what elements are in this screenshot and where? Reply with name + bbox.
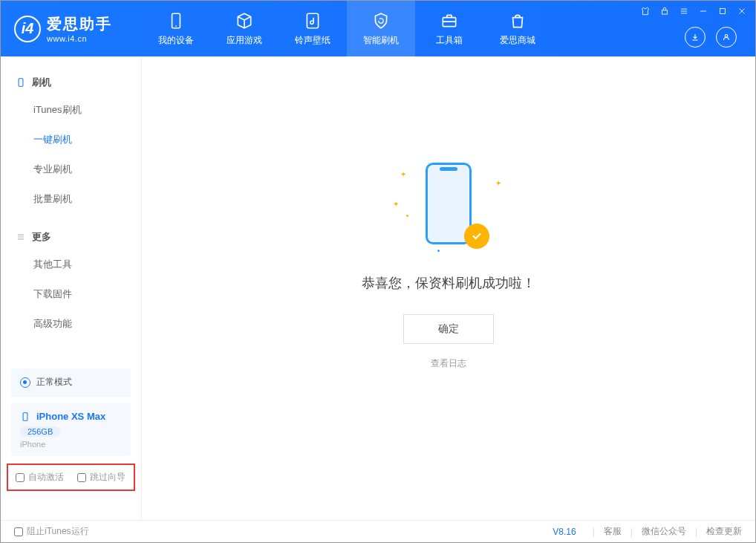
checkbox-auto-activate[interactable]: 自动激活 — [16, 471, 64, 484]
phone-small-icon — [20, 412, 30, 422]
svg-rect-7 — [19, 79, 23, 87]
footer-link-update[interactable]: 检查更新 — [706, 525, 742, 538]
tab-label: 应用游戏 — [227, 34, 262, 47]
view-log-link[interactable]: 查看日志 — [431, 357, 466, 370]
svg-point-1 — [175, 25, 177, 27]
separator: | — [593, 527, 595, 537]
refresh-shield-icon — [371, 11, 391, 30]
checkbox-input[interactable] — [14, 527, 23, 536]
svg-rect-8 — [23, 412, 27, 420]
tab-device[interactable]: 我的设备 — [142, 1, 210, 56]
checkbox-block-itunes[interactable]: 阻止iTunes运行 — [14, 525, 89, 538]
version-label: V8.16 — [553, 527, 576, 537]
minimize-icon[interactable] — [697, 5, 709, 17]
separator: | — [630, 527, 633, 537]
app-header: i4 爱思助手 www.i4.cn 我的设备 应用游戏 铃声壁纸 智能刷机 工具… — [1, 1, 755, 56]
tab-ringtone[interactable]: 铃声壁纸 — [278, 1, 347, 56]
checkbox-label: 跳过向导 — [90, 471, 126, 484]
close-icon[interactable] — [736, 5, 748, 17]
tab-store[interactable]: 爱思商城 — [483, 1, 552, 56]
sidebar-item-batch[interactable]: 批量刷机 — [1, 184, 141, 214]
shirt-icon[interactable] — [639, 5, 651, 17]
check-badge-icon — [464, 224, 489, 249]
success-message: 恭喜您，保资料刷机成功啦！ — [362, 274, 535, 292]
main-content: ✦ ✦ ✦ 恭喜您，保资料刷机成功啦！ 确定 查看日志 — [142, 56, 755, 520]
footer: 阻止iTunes运行 V8.16 | 客服 | 微信公众号 | 检查更新 — [1, 520, 755, 542]
user-icon[interactable] — [716, 27, 737, 48]
sidebar-section-more: 更多 — [1, 224, 141, 250]
confirm-button[interactable]: 确定 — [403, 314, 494, 344]
tab-label: 爱思商城 — [500, 34, 535, 47]
app-title: 爱思助手 — [47, 14, 112, 34]
footer-link-support[interactable]: 客服 — [604, 525, 622, 538]
lock-icon[interactable] — [659, 5, 671, 17]
footer-link-wechat[interactable]: 微信公众号 — [642, 525, 686, 538]
app-subtitle: www.i4.cn — [47, 34, 112, 43]
section-title: 更多 — [32, 230, 51, 244]
device-info-box[interactable]: iPhone XS Max 256GB iPhone — [11, 403, 131, 456]
capacity-badge: 256GB — [20, 426, 60, 437]
checkbox-input[interactable] — [16, 473, 25, 482]
sparkle-icon: ✦ — [393, 200, 399, 208]
sidebar-item-pro[interactable]: 专业刷机 — [1, 155, 141, 184]
success-illustration: ✦ ✦ ✦ — [393, 163, 504, 252]
checkbox-input[interactable] — [77, 473, 86, 482]
music-file-icon — [303, 11, 322, 30]
checkbox-skip-guide[interactable]: 跳过向导 — [77, 471, 126, 484]
mode-dot-icon — [20, 377, 30, 388]
checkbox-label: 自动激活 — [28, 471, 64, 484]
svg-point-6 — [725, 35, 728, 38]
maximize-icon[interactable] — [717, 5, 729, 17]
sidebar-item-itunes[interactable]: iTunes刷机 — [1, 95, 141, 125]
sidebar-item-other[interactable]: 其他工具 — [1, 250, 141, 279]
sidebar-item-firmware[interactable]: 下载固件 — [1, 279, 141, 309]
sparkle-icon: ✦ — [400, 170, 406, 178]
list-icon — [16, 232, 26, 242]
download-icon[interactable] — [685, 27, 706, 48]
svg-rect-5 — [720, 9, 726, 14]
nav-tabs: 我的设备 应用游戏 铃声壁纸 智能刷机 工具箱 爱思商城 — [142, 1, 552, 56]
logo-area: i4 爱思助手 www.i4.cn — [1, 14, 142, 43]
cube-icon — [235, 11, 254, 30]
sidebar-item-oneclick[interactable]: 一键刷机 — [1, 125, 141, 155]
device-name: iPhone XS Max — [36, 411, 105, 422]
menu-icon[interactable] — [678, 5, 690, 17]
sidebar-section-flash: 刷机 — [1, 70, 141, 95]
sidebar: 刷机 iTunes刷机 一键刷机 专业刷机 批量刷机 更多 其他工具 下载固件 … — [1, 56, 142, 520]
separator: | — [695, 527, 697, 537]
sparkle-icon: ✦ — [495, 179, 501, 187]
bag-icon — [508, 11, 527, 30]
device-mode: 正常模式 — [36, 376, 72, 388]
dot-icon — [437, 250, 440, 252]
options-highlight: 自动激活 跳过向导 — [7, 464, 135, 491]
device-type: iPhone — [20, 440, 122, 449]
tab-label: 我的设备 — [158, 34, 194, 47]
tab-flash[interactable]: 智能刷机 — [347, 1, 415, 56]
tab-apps[interactable]: 应用游戏 — [210, 1, 278, 56]
section-title: 刷机 — [32, 76, 51, 89]
header-actions — [685, 27, 737, 48]
dot-icon — [406, 215, 408, 217]
tab-toolbox[interactable]: 工具箱 — [415, 1, 483, 56]
tab-label: 智能刷机 — [363, 34, 399, 47]
device-mode-box[interactable]: 正常模式 — [11, 368, 131, 397]
tab-label: 工具箱 — [436, 34, 463, 47]
logo-icon: i4 — [14, 16, 41, 42]
tab-label: 铃声壁纸 — [295, 34, 330, 47]
checkbox-label: 阻止iTunes运行 — [27, 525, 89, 538]
window-controls — [639, 5, 748, 17]
svg-rect-4 — [662, 10, 668, 14]
briefcase-icon — [440, 11, 459, 30]
sidebar-item-advanced[interactable]: 高级功能 — [1, 309, 141, 339]
device-icon — [166, 11, 186, 30]
phone-icon — [16, 77, 26, 88]
